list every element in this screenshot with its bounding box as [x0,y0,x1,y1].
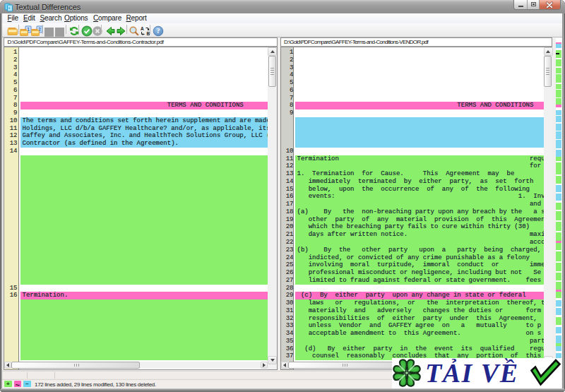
svg-text:?: ? [156,27,160,35]
svg-text:A: A [141,26,144,31]
